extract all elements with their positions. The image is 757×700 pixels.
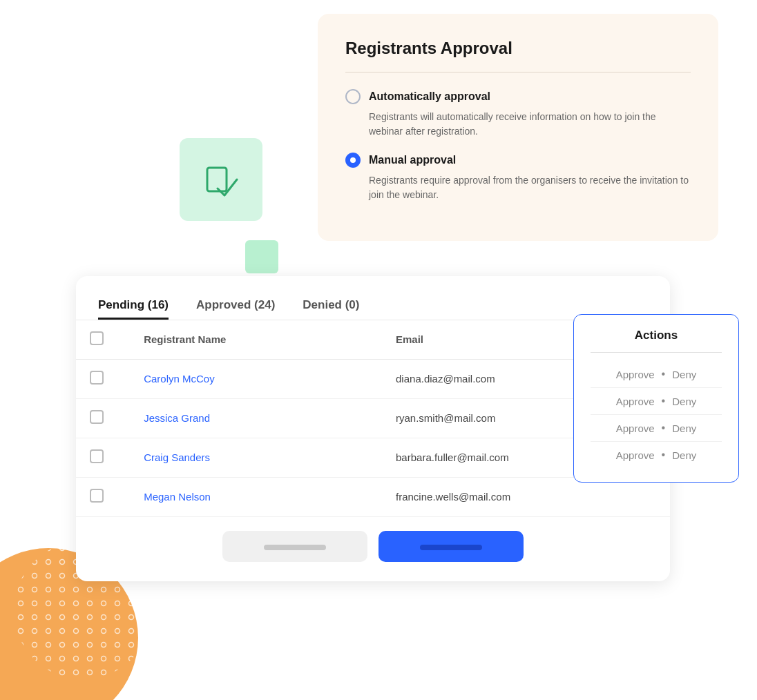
auto-approval-option[interactable]: Automatically approval Registrants will … bbox=[345, 89, 691, 139]
row-checkbox-3[interactable] bbox=[90, 489, 104, 503]
tab-denied[interactable]: Denied (0) bbox=[303, 293, 359, 320]
table-footer bbox=[76, 517, 670, 581]
approve-button-2[interactable]: Approve bbox=[616, 422, 655, 434]
action-row-2: Approve • Deny bbox=[591, 415, 722, 442]
deco-green-square bbox=[180, 138, 262, 221]
action-row-0: Approve • Deny bbox=[591, 361, 722, 388]
approval-panel: Registrants Approval Automatically appro… bbox=[318, 14, 718, 241]
approve-button-3[interactable]: Approve bbox=[616, 449, 655, 461]
manual-approval-label: Manual approval bbox=[369, 154, 456, 166]
registrant-email-3: francine.wells@mail.com bbox=[396, 491, 510, 503]
approval-title: Registrants Approval bbox=[345, 39, 691, 58]
radio-auto[interactable] bbox=[345, 89, 361, 104]
deco-small-green bbox=[245, 240, 278, 273]
auto-approval-desc: Registrants will automatically receive i… bbox=[345, 110, 691, 139]
approve-button-0[interactable]: Approve bbox=[616, 369, 655, 380]
col-header-name: Registrant Name bbox=[144, 333, 226, 345]
deny-button-2[interactable]: Deny bbox=[672, 422, 696, 434]
row-checkbox-2[interactable] bbox=[90, 449, 104, 463]
table-row: Megan Nelson francine.wells@mail.com bbox=[76, 478, 670, 517]
select-all-checkbox[interactable] bbox=[90, 331, 104, 345]
deny-button-1[interactable]: Deny bbox=[672, 396, 696, 407]
deny-button-3[interactable]: Deny bbox=[672, 449, 696, 461]
radio-manual[interactable] bbox=[345, 153, 361, 168]
deny-button-0[interactable]: Deny bbox=[672, 369, 696, 380]
action-dot-3: • bbox=[662, 449, 666, 461]
actions-panel: Actions Approve • Deny Approve • Deny Ap… bbox=[573, 314, 739, 483]
tab-approved[interactable]: Approved (24) bbox=[196, 293, 275, 320]
actions-divider bbox=[591, 352, 722, 353]
registrant-name-0[interactable]: Carolyn McCoy bbox=[144, 373, 215, 385]
action-row-1: Approve • Deny bbox=[591, 388, 722, 415]
cancel-button[interactable] bbox=[222, 531, 367, 562]
row-checkbox-0[interactable] bbox=[90, 371, 104, 385]
tab-pending[interactable]: Pending (16) bbox=[98, 293, 169, 320]
auto-approval-label: Automatically approval bbox=[369, 90, 490, 103]
action-dot-2: • bbox=[662, 422, 666, 434]
registrant-name-2[interactable]: Craig Sanders bbox=[144, 451, 210, 463]
manual-approval-option[interactable]: Manual approval Registrants require appr… bbox=[345, 153, 691, 202]
manual-approval-desc: Registrants require approval from the or… bbox=[345, 173, 691, 202]
registrant-email-2: barbara.fuller@mail.com bbox=[396, 451, 509, 463]
col-header-email: Email bbox=[396, 333, 423, 345]
confirm-button[interactable] bbox=[378, 531, 524, 562]
row-checkbox-1[interactable] bbox=[90, 410, 104, 424]
actions-title: Actions bbox=[591, 329, 722, 342]
registrant-email-0: diana.diaz@mail.com bbox=[396, 373, 495, 385]
registrant-name-1[interactable]: Jessica Grand bbox=[144, 412, 210, 424]
registrant-name-3[interactable]: Megan Nelson bbox=[144, 491, 211, 503]
approval-divider bbox=[345, 72, 691, 72]
action-row-3: Approve • Deny bbox=[591, 442, 722, 468]
approve-button-1[interactable]: Approve bbox=[616, 396, 655, 407]
action-dot-1: • bbox=[662, 395, 666, 407]
action-dot-0: • bbox=[662, 368, 666, 380]
registrant-email-1: ryan.smith@mail.com bbox=[396, 412, 495, 424]
